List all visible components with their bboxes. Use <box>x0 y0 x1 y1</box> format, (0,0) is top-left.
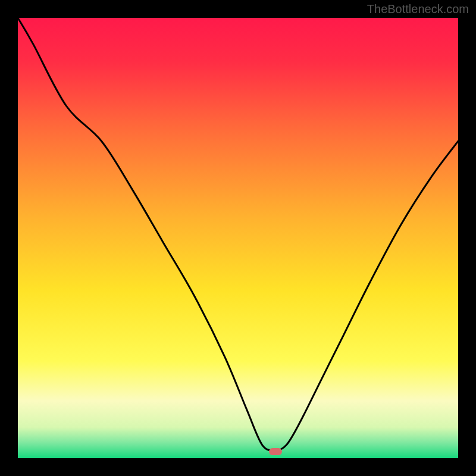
optimal-point-marker <box>269 448 282 455</box>
plot-area <box>18 18 458 458</box>
bottleneck-curve <box>18 18 458 458</box>
watermark-text: TheBottleneck.com <box>367 2 469 16</box>
